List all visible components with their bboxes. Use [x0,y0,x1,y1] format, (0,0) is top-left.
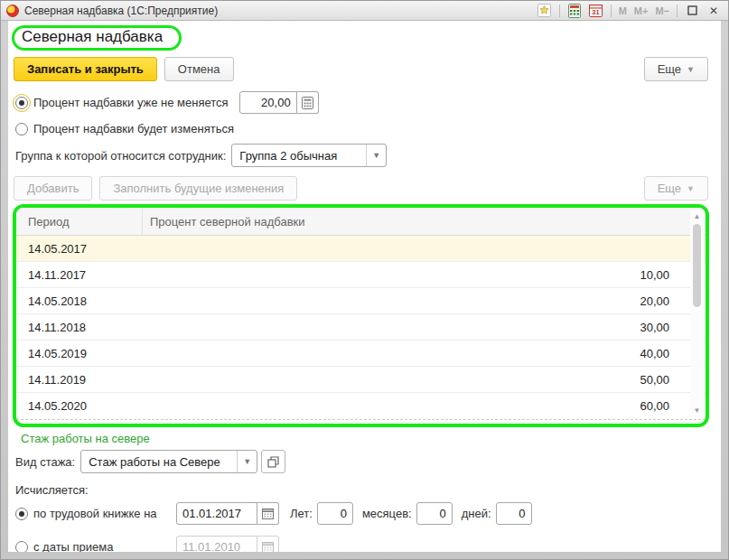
table-row[interactable]: 14.11.2019 50,00 [16,367,706,393]
employee-group-label: Группа к которой относится сотрудник: [15,149,226,163]
cancel-button[interactable]: Отмена [164,57,234,81]
titlebar-separator [611,5,612,17]
percent-value-input[interactable] [239,91,297,114]
titlebar-separator [559,5,560,17]
scroll-down-icon[interactable]: ▼ [694,404,701,416]
table-command-bar: Добавить Заполнить будущие изменения Еще… [14,176,708,201]
table-row[interactable]: 14.05.2019 40,00 [16,341,706,367]
table-header: Период Процент северной надбавки [16,208,706,236]
memory-m-button[interactable]: M [617,3,629,18]
hire-date-label: с даты приема [33,540,176,552]
workbook-date-input[interactable] [176,502,257,525]
years-label: Лет: [290,507,313,520]
percent-fixed-row: Процент надбавки уже не меняется [15,91,721,114]
column-header-percent[interactable]: Процент северной надбавки [143,215,706,229]
cell-period[interactable]: 14.05.2020 [16,399,143,413]
employee-group-value: Группа 2 обычная [232,145,366,166]
percent-fixed-radio[interactable] [15,97,28,109]
maximize-button[interactable] [683,3,701,18]
calculated-label: Исчисляется: [15,483,721,497]
more-button-label: Еще [658,62,681,76]
experience-kind-row: Вид стажа: Стаж работы на Севере ▼ [15,450,721,473]
chevron-down-icon[interactable]: ▼ [237,451,257,472]
chevron-down-icon[interactable]: ▼ [366,145,386,166]
open-item-icon[interactable] [261,450,285,473]
experience-kind-value: Стаж работы на Севере [81,451,237,472]
north-experience-link[interactable]: Стаж работы на севере [21,432,150,445]
months-label: месяцев: [362,507,412,520]
cell-period[interactable]: 14.05.2018 [16,294,143,308]
days-label: дней: [462,507,491,520]
main-command-bar: Записать и закрыть Отмена Еще ▼ [14,57,708,81]
experience-kind-combobox[interactable]: Стаж работы на Севере ▼ [80,450,257,473]
chevron-down-icon: ▼ [687,65,695,74]
cell-period[interactable]: 14.05.2017 [16,242,143,256]
calculator-picker-icon[interactable] [297,91,319,114]
percent-changing-radio[interactable] [15,123,28,135]
employee-group-combobox[interactable]: Группа 2 обычная ▼ [231,144,387,167]
favorites-star-icon[interactable] [536,3,554,18]
days-input[interactable] [496,502,532,525]
page-title-annotation: Северная надбавка [12,25,182,51]
chevron-down-icon: ▼ [687,184,695,193]
employee-group-row: Группа к которой относится сотрудник: Гр… [15,144,721,167]
cell-period[interactable]: 14.11.2018 [16,321,143,334]
table-bottom-edge [16,419,706,424]
hire-date-input [176,536,257,552]
vertical-scrollbar[interactable]: ▲ ▼ [690,210,704,416]
close-button[interactable]: ✕ [705,3,723,18]
cell-percent[interactable]: 20,00 [143,294,706,308]
cell-period[interactable]: 14.11.2017 [16,268,143,282]
memory-m-plus-button[interactable]: M+ [632,3,650,18]
column-header-period[interactable]: Период [16,208,143,235]
table-more-label: Еще [658,182,681,195]
table-row[interactable]: 14.05.2017 [16,236,706,262]
cell-percent[interactable]: 60,00 [143,399,706,413]
calendar-icon[interactable]: 31 [587,3,605,18]
hire-date-row: с даты приема [15,536,721,552]
save-and-close-button[interactable]: Записать и закрыть [14,57,157,81]
more-button[interactable]: Еще ▼ [644,57,708,81]
add-button[interactable]: Добавить [14,176,92,201]
years-input[interactable] [317,502,353,525]
table-row[interactable]: 14.11.2017 10,00 [16,262,706,288]
percent-fixed-label: Процент надбавки уже не меняется [33,96,229,109]
fill-future-changes-button[interactable]: Заполнить будущие изменения [99,176,297,201]
periods-table-annotation: Период Процент северной надбавки 14.05.2… [13,204,709,427]
percent-changing-row: Процент надбавки будет изменяться [15,122,721,135]
table-row[interactable]: 14.05.2020 60,00 [16,393,706,419]
table-row[interactable]: 14.05.2018 20,00 [16,288,706,314]
cell-percent[interactable]: 30,00 [143,321,706,334]
app-window: Северная надбавка (1С:Предприятие) [0,0,729,560]
scroll-up-icon[interactable]: ▲ [694,210,701,222]
memory-m-minus-button[interactable]: M− [653,3,671,18]
page-title: Северная надбавка [22,28,163,46]
cell-period[interactable]: 14.11.2019 [16,373,143,387]
months-input[interactable] [416,502,453,525]
window-title: Северная надбавка (1С:Предприятие) [24,5,218,17]
workbook-radio[interactable] [15,508,28,520]
cell-period[interactable]: 14.05.2019 [16,347,143,360]
scrollbar-thumb[interactable] [693,224,701,307]
cell-percent[interactable]: 50,00 [143,373,706,387]
percent-changing-label: Процент надбавки будет изменяться [33,122,234,135]
experience-kind-label: Вид стажа: [15,455,75,469]
form-content: Северная надбавка Записать и закрыть Отм… [8,21,721,552]
table-row[interactable]: 14.11.2018 30,00 [16,314,706,341]
date-picker-calendar-icon [257,536,279,552]
titlebar: Северная надбавка (1С:Предприятие) [1,1,728,21]
titlebar-separator [677,5,678,17]
cell-percent[interactable]: 10,00 [143,268,706,282]
workbook-label: по трудовой книжке на [33,507,176,520]
cell-percent[interactable]: 40,00 [143,347,706,360]
svg-text:31: 31 [592,8,599,16]
calculator-icon[interactable] [565,3,584,18]
hire-date-radio[interactable] [15,541,28,553]
1c-logo-icon [6,5,19,17]
table-more-button[interactable]: Еще ▼ [644,176,708,201]
date-picker-calendar-icon[interactable] [257,502,279,525]
workbook-row: по трудовой книжке на Лет: месяцев: дней… [15,502,721,525]
